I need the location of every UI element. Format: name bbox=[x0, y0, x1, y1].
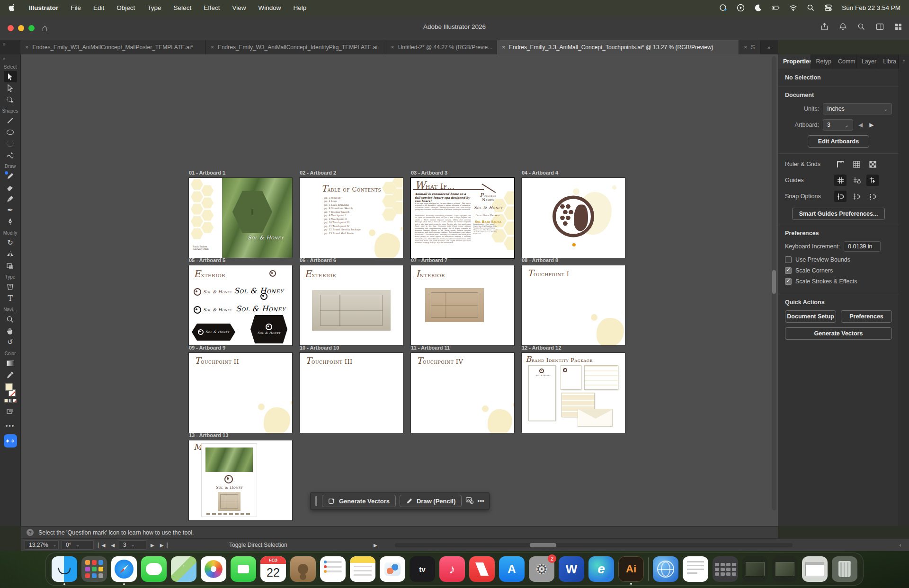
next-artboard-icon[interactable]: ▶ bbox=[149, 543, 156, 548]
line-segment-tool[interactable] bbox=[4, 115, 17, 126]
menu-type[interactable]: Type bbox=[147, 4, 161, 11]
dock-illustrator[interactable]: Ai bbox=[618, 556, 644, 582]
artboard-1[interactable]: 01 - Artboard 1 Sol bbox=[189, 178, 292, 258]
show-guides-icon[interactable] bbox=[834, 175, 847, 186]
gradient-tool[interactable] bbox=[4, 358, 17, 369]
checkbox-unchecked[interactable] bbox=[785, 256, 792, 263]
first-artboard-icon[interactable]: ▏◀ bbox=[97, 543, 107, 548]
artboard-label[interactable]: 09 - Artboard 9 bbox=[189, 345, 225, 351]
scale-corners-row[interactable]: Scale Corners bbox=[785, 267, 892, 274]
tab-close-icon[interactable]: × bbox=[744, 44, 747, 51]
last-artboard-icon[interactable]: ▶▕ bbox=[159, 543, 169, 548]
notifications-bell-icon[interactable] bbox=[839, 23, 847, 31]
direct-selection-tool[interactable] bbox=[4, 82, 17, 94]
lock-guides-icon[interactable] bbox=[850, 175, 863, 186]
dock-screenshot-2[interactable] bbox=[772, 556, 798, 582]
artboard-6[interactable]: 06 - Artboard 6 Exterior bbox=[300, 265, 403, 345]
dock-notes[interactable] bbox=[350, 556, 375, 582]
artboard-10[interactable]: 10 - Artboard 10 Touchpoint III bbox=[300, 353, 403, 433]
menu-select[interactable]: Select bbox=[174, 4, 192, 11]
workspace-layout-icon[interactable] bbox=[876, 23, 884, 31]
tab-overflow-chevrons[interactable]: » bbox=[761, 40, 778, 54]
dock-trash[interactable] bbox=[832, 556, 857, 582]
generate-vectors-button[interactable]: Generate Vectors bbox=[322, 495, 396, 507]
control-center-icon[interactable] bbox=[824, 4, 832, 12]
doc-tab-4-active[interactable]: ×Endres_Emilly_3.3_AniMall_Concept_Touch… bbox=[497, 40, 739, 54]
calligraphy-pen-tool[interactable]: ✒ bbox=[4, 204, 17, 216]
generate-vectors-quick-button[interactable]: Generate Vectors bbox=[785, 327, 892, 340]
status-tool-label[interactable]: Toggle Direct Selection bbox=[229, 542, 287, 548]
dock-reminders[interactable] bbox=[320, 556, 346, 582]
scrollbar-thumb[interactable] bbox=[530, 543, 556, 547]
dock-messages[interactable] bbox=[141, 556, 167, 582]
dock-word[interactable]: W bbox=[559, 556, 584, 582]
artboard-label[interactable]: 03 - Artboard 3 bbox=[411, 170, 447, 176]
reference-image-icon[interactable] bbox=[465, 496, 473, 506]
smart-guides-icon[interactable] bbox=[866, 175, 879, 186]
doc-tab-2[interactable]: ×Endres_Emily_W3_AniMallConcept_Identity… bbox=[206, 40, 386, 54]
color-mode-swatches[interactable] bbox=[4, 399, 17, 403]
artboard-label[interactable]: 11 - Artboard 11 bbox=[411, 345, 450, 351]
focus-moon-icon[interactable] bbox=[754, 4, 762, 12]
document-setup-button[interactable]: Document Setup bbox=[785, 310, 836, 323]
tab-close-icon[interactable]: × bbox=[25, 44, 28, 51]
dock-facetime[interactable] bbox=[231, 556, 256, 582]
checkbox-checked[interactable] bbox=[785, 267, 792, 274]
scale-strokes-effects-row[interactable]: Scale Strokes & Effects bbox=[785, 278, 892, 285]
snap-to-pixel-icon[interactable] bbox=[866, 191, 879, 202]
artboard-7[interactable]: 07 - Artboard 7 Interior bbox=[411, 265, 514, 345]
tab-close-icon[interactable]: × bbox=[502, 44, 505, 51]
artboard-13[interactable]: 13 - Artboard 13 Mall poster Sol & Honey bbox=[189, 440, 292, 520]
artboard-label[interactable]: 06 - Artboard 6 bbox=[300, 257, 336, 263]
status-expand-icon[interactable]: ▶ bbox=[372, 543, 379, 548]
menu-edit[interactable]: Edit bbox=[93, 4, 104, 11]
tab-retype[interactable]: Retyp bbox=[811, 54, 833, 69]
battery-icon[interactable] bbox=[772, 4, 780, 12]
rotate-tool[interactable]: ↻ bbox=[4, 237, 17, 248]
keyboard-increment-field[interactable]: 0.0139 in bbox=[844, 241, 881, 252]
dock-network-globe[interactable] bbox=[653, 556, 678, 582]
dock-app-store[interactable]: A bbox=[499, 556, 525, 582]
artboard-label[interactable]: 02 - Artboard 2 bbox=[300, 170, 336, 176]
dock-contacts[interactable] bbox=[290, 556, 316, 582]
hand-tool[interactable] bbox=[4, 325, 17, 336]
artboard-4[interactable]: 04 - Artboard 4 bbox=[522, 178, 625, 258]
touch-type-tool[interactable]: T bbox=[4, 281, 17, 292]
draw-pencil-button[interactable]: Draw (Pencil) bbox=[400, 495, 462, 507]
menubar-clock[interactable]: Sun Feb 22 3:54 PM bbox=[842, 4, 900, 11]
tab-properties[interactable]: Properties bbox=[778, 54, 811, 69]
units-dropdown[interactable]: Inches⌄ bbox=[823, 103, 892, 114]
apple-logo-icon[interactable] bbox=[9, 4, 17, 12]
prev-artboard-icon[interactable]: ◀ bbox=[857, 122, 864, 128]
dock-window-preview[interactable] bbox=[802, 556, 828, 582]
dock-photos[interactable] bbox=[201, 556, 226, 582]
toolbar-expander[interactable]: » bbox=[0, 56, 6, 61]
group-selection-tool[interactable] bbox=[4, 94, 17, 105]
paintbrush-tool[interactable] bbox=[4, 193, 17, 204]
prev-artboard-icon[interactable]: ◀ bbox=[109, 543, 116, 548]
ellipse-tool[interactable] bbox=[4, 126, 17, 138]
next-artboard-icon[interactable]: ▶ bbox=[868, 122, 875, 128]
eraser-tool[interactable] bbox=[4, 182, 17, 193]
tab-close-icon[interactable]: × bbox=[211, 44, 214, 51]
artboard-3-active[interactable]: 03 - Artboard 3 What If... bbox=[411, 178, 514, 258]
artboard-8[interactable]: 08 - Artboard 8 Touchpoint I bbox=[522, 265, 625, 345]
use-preview-bounds-row[interactable]: Use Preview Bounds bbox=[785, 256, 892, 263]
edit-artboards-button[interactable]: Edit Artboards bbox=[808, 135, 869, 148]
artboard-2[interactable]: 02 - Artboard 2 Table of Contents pg. 3 … bbox=[300, 178, 403, 258]
generative-ai-pinned-icon[interactable]: ✦✧ bbox=[4, 434, 17, 448]
share-icon[interactable] bbox=[820, 23, 829, 31]
tabbar-expander[interactable]: » bbox=[0, 40, 20, 54]
fill-stroke-swatches[interactable] bbox=[5, 383, 16, 396]
contextual-taskbar[interactable]: Generate Vectors Draw (Pencil) ••• bbox=[310, 492, 490, 510]
dock-launchpad[interactable] bbox=[81, 556, 107, 582]
dock-news[interactable] bbox=[469, 556, 495, 582]
dock-calendar[interactable]: FEB22 bbox=[260, 556, 286, 582]
menu-window[interactable]: Window bbox=[258, 4, 281, 11]
more-tools-icon[interactable]: ••• bbox=[6, 422, 15, 430]
snap-to-point-icon[interactable] bbox=[834, 191, 847, 202]
tab-layers[interactable]: Layer bbox=[857, 54, 878, 69]
selection-tool[interactable] bbox=[4, 71, 17, 82]
tab-close-icon[interactable]: × bbox=[391, 44, 394, 51]
question-mark-icon[interactable]: ? bbox=[27, 529, 34, 536]
